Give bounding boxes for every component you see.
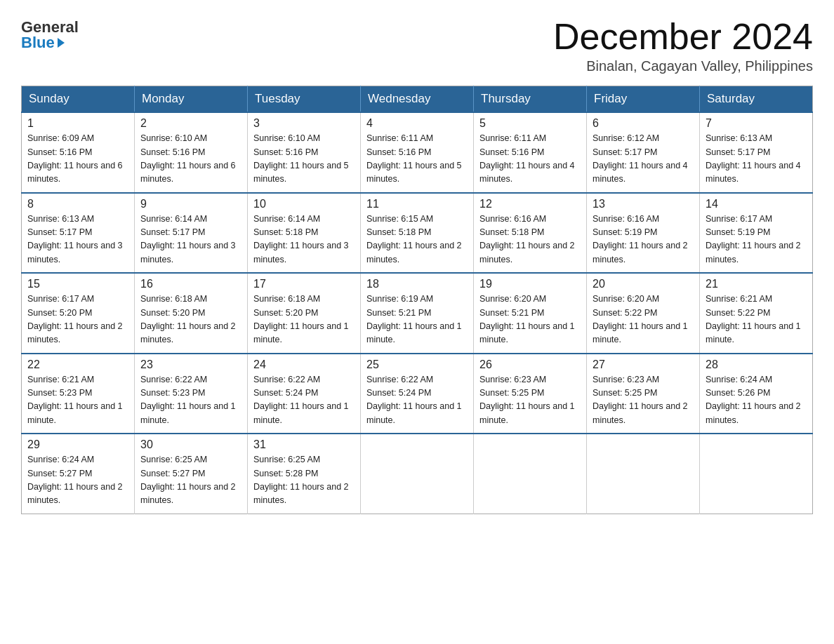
day-info: Sunrise: 6:11 AMSunset: 5:16 PMDaylight:…: [479, 133, 575, 184]
day-number: 11: [366, 198, 468, 210]
col-thursday: Thursday: [474, 86, 587, 113]
calendar-cell: 20Sunrise: 6:20 AMSunset: 5:22 PMDayligh…: [587, 273, 700, 354]
calendar-cell: 25Sunrise: 6:22 AMSunset: 5:24 PMDayligh…: [361, 354, 474, 434]
day-number: 27: [593, 358, 694, 371]
day-info: Sunrise: 6:14 AMSunset: 5:18 PMDaylight:…: [253, 214, 349, 264]
day-info: Sunrise: 6:09 AMSunset: 5:16 PMDaylight:…: [27, 133, 123, 184]
calendar-cell: 17Sunrise: 6:18 AMSunset: 5:20 PMDayligh…: [248, 273, 361, 354]
calendar-cell: 9Sunrise: 6:14 AMSunset: 5:17 PMDaylight…: [135, 193, 248, 274]
calendar-cell: [587, 434, 700, 514]
day-info: Sunrise: 6:13 AMSunset: 5:17 PMDaylight:…: [27, 214, 123, 264]
day-info: Sunrise: 6:22 AMSunset: 5:24 PMDaylight:…: [366, 375, 462, 425]
day-info: Sunrise: 6:19 AMSunset: 5:21 PMDaylight:…: [366, 294, 462, 344]
day-info: Sunrise: 6:18 AMSunset: 5:20 PMDaylight:…: [140, 294, 236, 344]
calendar-cell: 29Sunrise: 6:24 AMSunset: 5:27 PMDayligh…: [22, 434, 135, 514]
calendar-cell: 21Sunrise: 6:21 AMSunset: 5:22 PMDayligh…: [700, 273, 813, 354]
day-info: Sunrise: 6:11 AMSunset: 5:16 PMDaylight:…: [366, 133, 462, 184]
day-info: Sunrise: 6:23 AMSunset: 5:25 PMDaylight:…: [479, 375, 575, 425]
day-number: 2: [140, 117, 241, 130]
day-number: 26: [479, 358, 581, 371]
day-info: Sunrise: 6:21 AMSunset: 5:23 PMDaylight:…: [27, 375, 123, 425]
day-number: 4: [366, 117, 468, 130]
month-title: December 2024: [553, 17, 813, 57]
calendar-week-row: 15Sunrise: 6:17 AMSunset: 5:20 PMDayligh…: [22, 273, 813, 354]
day-number: 16: [140, 278, 241, 290]
calendar-cell: 16Sunrise: 6:18 AMSunset: 5:20 PMDayligh…: [135, 273, 248, 354]
day-info: Sunrise: 6:16 AMSunset: 5:18 PMDaylight:…: [479, 214, 575, 264]
calendar-cell: 23Sunrise: 6:22 AMSunset: 5:23 PMDayligh…: [135, 354, 248, 434]
day-info: Sunrise: 6:22 AMSunset: 5:23 PMDaylight:…: [140, 375, 236, 425]
day-number: 30: [140, 438, 241, 451]
col-friday: Friday: [587, 86, 700, 113]
day-number: 21: [706, 278, 807, 290]
day-number: 8: [27, 198, 128, 210]
day-info: Sunrise: 6:17 AMSunset: 5:19 PMDaylight:…: [706, 214, 801, 264]
day-number: 24: [253, 358, 355, 371]
day-number: 14: [706, 198, 807, 210]
calendar-cell: 10Sunrise: 6:14 AMSunset: 5:18 PMDayligh…: [248, 193, 361, 274]
day-info: Sunrise: 6:14 AMSunset: 5:17 PMDaylight:…: [140, 214, 236, 264]
day-info: Sunrise: 6:20 AMSunset: 5:21 PMDaylight:…: [479, 294, 575, 344]
calendar-cell: 3Sunrise: 6:10 AMSunset: 5:16 PMDaylight…: [248, 112, 361, 193]
day-number: 13: [593, 198, 694, 210]
calendar-cell: 12Sunrise: 6:16 AMSunset: 5:18 PMDayligh…: [474, 193, 587, 274]
day-info: Sunrise: 6:16 AMSunset: 5:19 PMDaylight:…: [593, 214, 688, 264]
calendar-cell: 4Sunrise: 6:11 AMSunset: 5:16 PMDaylight…: [361, 112, 474, 193]
day-number: 12: [479, 198, 581, 210]
day-info: Sunrise: 6:12 AMSunset: 5:17 PMDaylight:…: [593, 133, 688, 184]
calendar-cell: [474, 434, 587, 514]
calendar-week-row: 29Sunrise: 6:24 AMSunset: 5:27 PMDayligh…: [22, 434, 813, 514]
calendar-cell: 13Sunrise: 6:16 AMSunset: 5:19 PMDayligh…: [587, 193, 700, 274]
day-number: 29: [27, 438, 128, 451]
col-sunday: Sunday: [22, 86, 135, 113]
day-info: Sunrise: 6:15 AMSunset: 5:18 PMDaylight:…: [366, 214, 462, 264]
calendar-cell: 5Sunrise: 6:11 AMSunset: 5:16 PMDaylight…: [474, 112, 587, 193]
calendar-cell: 15Sunrise: 6:17 AMSunset: 5:20 PMDayligh…: [22, 273, 135, 354]
logo-general-text: General: [21, 20, 79, 35]
calendar-header-row: Sunday Monday Tuesday Wednesday Thursday…: [22, 86, 813, 113]
day-number: 28: [706, 358, 807, 371]
calendar-cell: 19Sunrise: 6:20 AMSunset: 5:21 PMDayligh…: [474, 273, 587, 354]
day-info: Sunrise: 6:22 AMSunset: 5:24 PMDaylight:…: [253, 375, 349, 425]
page-header: General Blue December 2024 Binalan, Caga…: [21, 17, 813, 74]
day-number: 1: [27, 117, 128, 130]
day-number: 31: [253, 438, 355, 451]
calendar-cell: 11Sunrise: 6:15 AMSunset: 5:18 PMDayligh…: [361, 193, 474, 274]
logo-triangle-icon: [58, 38, 65, 48]
day-info: Sunrise: 6:24 AMSunset: 5:26 PMDaylight:…: [706, 375, 801, 425]
day-info: Sunrise: 6:20 AMSunset: 5:22 PMDaylight:…: [593, 294, 688, 344]
day-info: Sunrise: 6:25 AMSunset: 5:27 PMDaylight:…: [140, 455, 236, 505]
calendar-week-row: 1Sunrise: 6:09 AMSunset: 5:16 PMDaylight…: [22, 112, 813, 193]
calendar-cell: 22Sunrise: 6:21 AMSunset: 5:23 PMDayligh…: [22, 354, 135, 434]
col-saturday: Saturday: [700, 86, 813, 113]
calendar-cell: 8Sunrise: 6:13 AMSunset: 5:17 PMDaylight…: [22, 193, 135, 274]
day-number: 19: [479, 278, 581, 290]
calendar-cell: [361, 434, 474, 514]
col-wednesday: Wednesday: [361, 86, 474, 113]
day-number: 17: [253, 278, 355, 290]
calendar-cell: 27Sunrise: 6:23 AMSunset: 5:25 PMDayligh…: [587, 354, 700, 434]
day-number: 7: [706, 117, 807, 130]
day-number: 25: [366, 358, 468, 371]
calendar-cell: 6Sunrise: 6:12 AMSunset: 5:17 PMDaylight…: [587, 112, 700, 193]
calendar-week-row: 22Sunrise: 6:21 AMSunset: 5:23 PMDayligh…: [22, 354, 813, 434]
logo: General Blue: [21, 20, 79, 51]
day-number: 20: [593, 278, 694, 290]
day-number: 22: [27, 358, 128, 371]
calendar-cell: 28Sunrise: 6:24 AMSunset: 5:26 PMDayligh…: [700, 354, 813, 434]
day-info: Sunrise: 6:21 AMSunset: 5:22 PMDaylight:…: [706, 294, 801, 344]
title-block: December 2024 Binalan, Cagayan Valley, P…: [553, 17, 813, 74]
calendar-cell: 14Sunrise: 6:17 AMSunset: 5:19 PMDayligh…: [700, 193, 813, 274]
day-number: 5: [479, 117, 581, 130]
calendar-cell: 31Sunrise: 6:25 AMSunset: 5:28 PMDayligh…: [248, 434, 361, 514]
day-info: Sunrise: 6:10 AMSunset: 5:16 PMDaylight:…: [253, 133, 349, 184]
day-info: Sunrise: 6:23 AMSunset: 5:25 PMDaylight:…: [593, 375, 688, 425]
logo-blue-text: Blue: [21, 35, 65, 51]
day-info: Sunrise: 6:24 AMSunset: 5:27 PMDaylight:…: [27, 455, 123, 505]
day-number: 18: [366, 278, 468, 290]
calendar-week-row: 8Sunrise: 6:13 AMSunset: 5:17 PMDaylight…: [22, 193, 813, 274]
day-number: 6: [593, 117, 694, 130]
day-number: 9: [140, 198, 241, 210]
col-tuesday: Tuesday: [248, 86, 361, 113]
day-number: 3: [253, 117, 355, 130]
